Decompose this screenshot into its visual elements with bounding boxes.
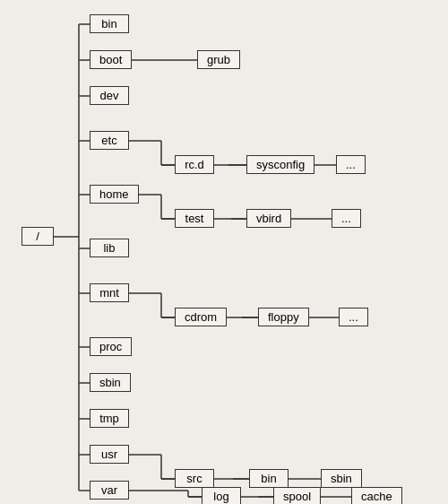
node-root: / xyxy=(22,227,54,246)
node-grub: grub xyxy=(197,50,240,69)
node-floppy: floppy xyxy=(258,308,309,326)
node-lib: lib xyxy=(90,239,129,257)
node-mntdots: ... xyxy=(339,308,368,326)
node-sbin: sbin xyxy=(90,373,131,392)
node-test: test xyxy=(175,209,214,228)
node-log: log xyxy=(202,487,241,504)
node-rcd: rc.d xyxy=(175,155,214,174)
node-usr: usr xyxy=(90,445,129,464)
node-usrsrc: src xyxy=(175,469,214,488)
node-cache: cache xyxy=(351,487,402,504)
node-etc: etc xyxy=(90,131,129,150)
node-boot: boot xyxy=(90,50,132,69)
node-etcdots: ... xyxy=(336,155,366,174)
node-usrsbin: sbin xyxy=(321,469,362,488)
node-mnt: mnt xyxy=(90,283,129,302)
node-vbird: vbird xyxy=(246,209,291,228)
node-homedots: ... xyxy=(332,209,361,228)
tree-svg xyxy=(9,7,439,504)
node-spool: spool xyxy=(273,487,321,504)
node-sysconfig: sysconfig xyxy=(246,155,314,174)
node-home: home xyxy=(90,185,139,204)
node-usrbin: bin xyxy=(249,469,289,488)
node-bin: bin xyxy=(90,14,129,33)
node-proc: proc xyxy=(90,337,132,356)
node-var: var xyxy=(90,481,129,500)
node-dev: dev xyxy=(90,86,129,105)
node-cdrom: cdrom xyxy=(175,308,227,326)
node-tmp: tmp xyxy=(90,409,129,428)
